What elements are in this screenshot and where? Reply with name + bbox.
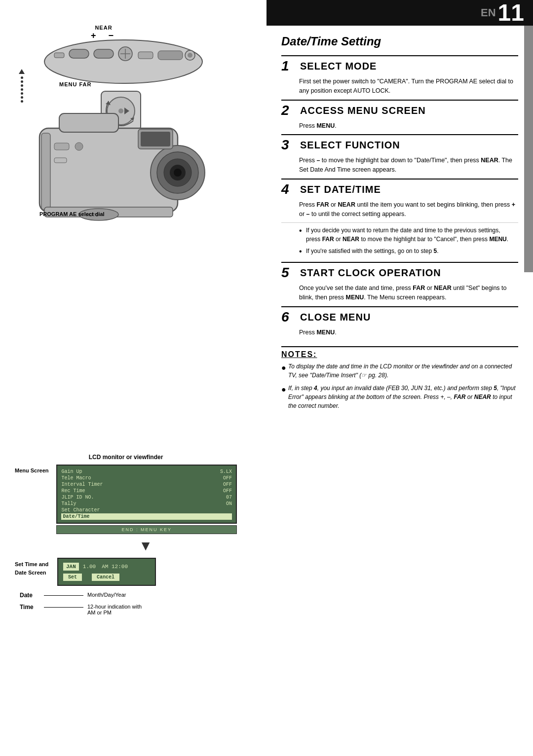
en-label: EN — [481, 6, 496, 19]
step-5-title: Start Clock Operation — [297, 267, 441, 278]
bullet-1: • If you decide you want to return the d… — [299, 226, 516, 244]
date-label: Date — [20, 592, 42, 599]
step-2-number: 2 — [281, 104, 297, 117]
step-2-header: 2 Access Menu Screen — [281, 101, 518, 119]
note-2: ● If, in step 4, you input an invalid da… — [281, 384, 518, 410]
camera-body-diagram: AUTO — [10, 108, 207, 227]
step-5-section: 5 Start Clock Operation Once you've set … — [281, 262, 518, 306]
set-time-row: JAN 1.00 AM 12:00 — [63, 563, 150, 571]
step-3-body: Press – to move the highlight bar down t… — [281, 154, 518, 179]
step-1-number: 1 — [281, 59, 297, 73]
svg-rect-10 — [54, 53, 64, 58]
svg-point-22 — [174, 169, 182, 177]
step-4-title: Set Date/Time — [297, 184, 381, 195]
lcd-row: TallyON — [61, 501, 232, 507]
step-3-header: 3 Select Function — [281, 135, 518, 154]
lcd-title: LCD monitor or viewfinder — [15, 454, 237, 461]
step-6-title: Close Menu — [297, 312, 371, 323]
note-bullet-2: ● — [281, 384, 288, 396]
note-1-text: To display the date and time in the LCD … — [288, 362, 518, 380]
lcd-end-menu: END : MENU KEY — [56, 525, 237, 534]
set-time-box: JAN 1.00 AM 12:00 Set Cancel — [57, 558, 156, 586]
svg-rect-27 — [54, 143, 69, 150]
step-4-section: 4 Set Date/Time Press FAR or NEAR until … — [281, 179, 518, 262]
svg-point-9 — [188, 53, 192, 58]
date-desc: Month/Day/Year — [87, 592, 126, 598]
step-1-section: 1 Select Mode First set the power switch… — [281, 55, 518, 100]
plus-bold: + — [512, 201, 515, 208]
svg-rect-7 — [158, 51, 183, 60]
svg-rect-2 — [94, 49, 114, 58]
right-panel: Date/Time Setting 1 Select Mode First se… — [266, 26, 533, 424]
set-time-val: 1.00 — [81, 563, 98, 571]
step-5-number: 5 — [281, 266, 297, 280]
top-bar: EN 11 — [266, 0, 533, 26]
lcd-row: Tele MacroOFF — [61, 475, 232, 481]
control-top-panel — [39, 37, 207, 86]
menu-far-label: MENU FAR — [59, 81, 91, 87]
down-arrow: ▼ — [54, 538, 237, 554]
page-title: Date/Time Setting — [281, 35, 518, 48]
lcd-layout: Menu Screen Gain UpS.LX Tele MacroOFF In… — [15, 465, 237, 534]
set-time-btns: Set Cancel — [63, 574, 150, 581]
program-ae-label: PROGRAM AE select dial — [39, 211, 105, 217]
step-5-header: 5 Start Clock Operation — [281, 263, 518, 282]
step-6-body: Press MENU. — [281, 326, 518, 341]
lcd-row: Gain UpS.LX — [61, 468, 232, 475]
bullet-1-text: If you decide you want to return the dat… — [306, 226, 516, 244]
lcd-box: Gain UpS.LX Tele MacroOFF Interval Timer… — [56, 465, 237, 524]
lcd-row: Rec TimeOFF — [61, 488, 232, 494]
step-6-number: 6 — [281, 310, 297, 324]
note-1: ● To display the date and time in the LC… — [281, 362, 518, 380]
date-time-labels: Date Month/Day/Year Time 12-hour indicat… — [15, 592, 237, 615]
step-1-body: First set the power switch to "CAMERA". … — [281, 75, 518, 100]
step-4-bullets: • If you decide you want to return the d… — [281, 222, 518, 262]
step-3-section: 3 Select Function Press – to move the hi… — [281, 134, 518, 179]
near-bold2: NEAR — [338, 201, 355, 208]
lcd-row-highlighted: Date/Time — [61, 513, 232, 520]
left-panel: NEAR + − — [0, 0, 247, 756]
note-bullet-1: ● — [281, 362, 288, 374]
svg-point-0 — [44, 40, 202, 83]
notes-title: NOTES: — [281, 350, 518, 359]
lcd-row: Set Character — [61, 507, 232, 513]
dotted-arrow — [19, 69, 25, 103]
time-desc: 12-hour indication withAM or PM — [87, 604, 142, 615]
notes-section: NOTES: ● To display the date and time in… — [281, 346, 518, 410]
step-6-section: 6 Close Menu Press MENU. — [281, 306, 518, 341]
step-1-header: 1 Select Mode — [281, 56, 518, 75]
note-2-text: If, in step 4, you input an invalid date… — [288, 384, 518, 410]
svg-rect-1 — [69, 49, 89, 58]
set-time-jan: JAN — [63, 563, 79, 571]
time-label: Time — [20, 604, 42, 611]
svg-rect-26 — [41, 133, 50, 210]
set-time-label: Set Time andDate Screen — [15, 560, 49, 576]
step-4-number: 4 — [281, 182, 297, 196]
cancel-button[interactable]: Cancel — [92, 574, 119, 581]
near-bold: NEAR — [481, 157, 498, 164]
minus-bold2: – — [306, 211, 310, 217]
bullet-2-text: If you're satisfied with the settings, g… — [306, 247, 438, 255]
step-3-number: 3 — [281, 138, 297, 152]
bullet-2: • If you're satisfied with the settings,… — [299, 247, 516, 256]
bullet-dot-2: • — [299, 247, 306, 256]
svg-rect-29 — [54, 158, 67, 163]
time-line — [44, 607, 83, 608]
lcd-section: LCD monitor or viewfinder Menu Screen Ga… — [10, 454, 237, 615]
lcd-row: JLIP ID NO.07 — [61, 494, 232, 501]
step-5-body: Once you've set the date and time, press… — [281, 282, 518, 306]
bullet-dot-1: • — [299, 226, 306, 235]
svg-point-28 — [75, 143, 83, 150]
step-2-section: 2 Access Menu Screen Press MENU. — [281, 100, 518, 135]
set-time-am: AM 12:00 — [100, 563, 130, 571]
date-label-row: Date Month/Day/Year — [20, 592, 237, 599]
far-bold: FAR — [316, 201, 329, 208]
step-4-header: 4 Set Date/Time — [281, 180, 518, 198]
minus-bold: – — [316, 157, 320, 164]
step-1-title: Select Mode — [297, 61, 377, 72]
svg-rect-24 — [141, 132, 170, 146]
menu-bold: MENU — [316, 122, 335, 129]
lcd-row: Interval TimerOFF — [61, 481, 232, 488]
set-button[interactable]: Set — [63, 574, 82, 581]
step-2-title: Access Menu Screen — [297, 105, 426, 116]
